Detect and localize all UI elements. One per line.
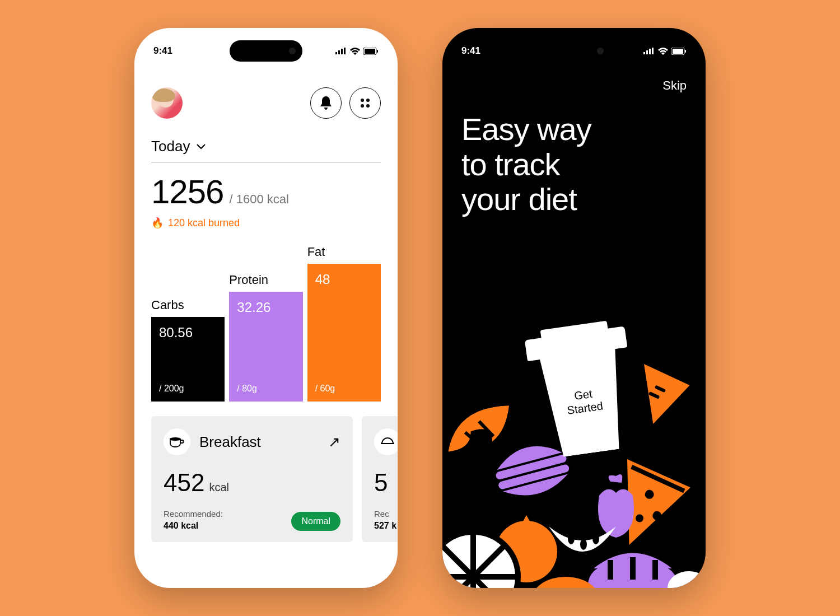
fire-icon: 🔥 — [151, 217, 164, 229]
svg-point-10 — [366, 104, 370, 108]
cellular-icon — [643, 48, 655, 54]
meal-kcal-unit: kcal — [209, 481, 229, 494]
svg-rect-17 — [673, 49, 683, 54]
macro-protein-goal: / 80g — [237, 384, 295, 394]
macro-protein-value: 32.26 — [237, 300, 295, 315]
svg-point-7 — [361, 99, 364, 102]
meal-kcal-value-partial: 5 — [374, 469, 388, 497]
cellular-icon — [335, 48, 347, 54]
macro-fat[interactable]: Fat 48 / 60g — [307, 245, 381, 402]
cta-line-1: Get — [573, 388, 593, 402]
onboarding-phone: 9:41 Skip Easy way to track your diet — [442, 28, 706, 588]
svg-point-9 — [361, 104, 364, 108]
wifi-icon — [350, 48, 360, 55]
status-time: 9:41 — [153, 45, 172, 57]
svg-rect-14 — [649, 49, 651, 54]
coffee-cup-icon — [169, 436, 185, 448]
svg-rect-2 — [341, 49, 343, 54]
svg-point-33 — [568, 533, 575, 544]
status-time: 9:41 — [461, 45, 480, 57]
burned-text: 120 kcal burned — [168, 217, 240, 229]
battery-icon — [363, 48, 379, 55]
macro-chart: Carbs 80.56 / 200g Protein 32.26 / 80g F… — [151, 245, 381, 402]
hero-headline: Easy way to track your diet — [461, 112, 591, 217]
calorie-summary: 1256 / 1600 kcal — [151, 172, 381, 211]
svg-point-8 — [366, 99, 370, 102]
meal-card-next[interactable]: 5 Rec 527 k — [362, 416, 398, 542]
svg-rect-12 — [643, 52, 645, 54]
svg-rect-5 — [365, 49, 375, 54]
macro-fat-goal: / 60g — [315, 384, 373, 394]
status-icons — [335, 48, 379, 55]
date-label: Today — [151, 138, 190, 155]
svg-point-34 — [580, 539, 587, 550]
status-icons — [643, 48, 687, 55]
breakfast-icon-wrap — [164, 428, 190, 455]
macro-fat-value: 48 — [315, 272, 373, 287]
kcal-goal: / 1600 kcal — [229, 192, 288, 207]
arrow-icon: ↗ — [328, 433, 340, 451]
menu-button[interactable] — [349, 87, 381, 119]
lunch-icon-wrap — [374, 428, 398, 455]
meal-rec-value: 440 kcal — [164, 521, 223, 531]
macro-carbs[interactable]: Carbs 80.56 / 200g — [151, 298, 225, 402]
hero-line-1: Easy way — [461, 112, 591, 147]
svg-rect-13 — [646, 50, 648, 54]
notifications-button[interactable] — [310, 87, 342, 119]
macro-carbs-goal: / 200g — [159, 384, 217, 394]
date-selector[interactable]: Today — [151, 138, 381, 162]
macro-protein-title: Protein — [229, 273, 302, 287]
app-header — [151, 87, 381, 119]
macro-carbs-title: Carbs — [151, 298, 225, 312]
svg-rect-1 — [338, 50, 340, 54]
meal-cards-row: Breakfast ↗ 452 kcal Recommended: 440 kc… — [151, 416, 381, 542]
meal-title: Breakfast — [199, 433, 319, 451]
meal-rec-label-partial: Rec — [374, 509, 396, 519]
wifi-icon — [658, 48, 668, 55]
chevron-down-icon — [197, 144, 206, 150]
bread-icon — [588, 553, 678, 589]
svg-rect-3 — [344, 48, 346, 54]
croissant-icon — [442, 401, 519, 457]
cta-line-2: Started — [566, 399, 604, 417]
food-illustration: Get Started — [442, 308, 706, 588]
dynamic-island — [538, 40, 610, 62]
kcal-current: 1256 — [151, 172, 223, 211]
hero-line-2: to track — [461, 147, 591, 183]
svg-rect-0 — [335, 52, 337, 54]
get-started-button[interactable]: Get Started — [524, 319, 641, 460]
grid-icon — [360, 97, 371, 109]
skip-button[interactable]: Skip — [662, 78, 687, 93]
battery-icon — [671, 48, 687, 55]
macro-fat-title: Fat — [307, 245, 381, 259]
dynamic-island — [230, 40, 302, 62]
meal-card-breakfast[interactable]: Breakfast ↗ 452 kcal Recommended: 440 kc… — [151, 416, 353, 542]
dashboard-phone: 9:41 Today 1256 / 1600 kcal — [134, 28, 398, 588]
meal-kcal-value: 452 — [164, 469, 204, 497]
macro-carbs-value: 80.56 — [159, 325, 217, 340]
macro-protein[interactable]: Protein 32.26 / 80g — [229, 273, 302, 402]
hero-line-3: your diet — [461, 182, 591, 217]
dish-icon — [380, 437, 395, 447]
bell-icon — [320, 96, 332, 110]
svg-rect-15 — [652, 48, 654, 54]
burned-row: 🔥 120 kcal burned — [151, 217, 381, 229]
avatar[interactable] — [151, 87, 183, 119]
svg-point-35 — [592, 533, 599, 544]
svg-rect-18 — [685, 50, 686, 53]
meal-rec-label: Recommended: — [164, 509, 223, 519]
svg-rect-6 — [377, 50, 378, 53]
status-badge: Normal — [291, 512, 340, 531]
meal-rec-value-partial: 527 k — [374, 521, 396, 531]
